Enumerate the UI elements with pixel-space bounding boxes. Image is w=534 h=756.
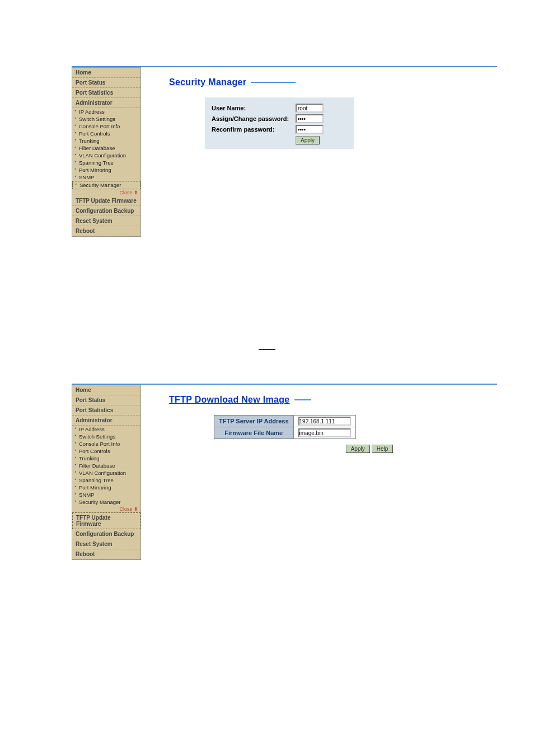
nav-trunking[interactable]: Trunking	[72, 137, 140, 144]
nav2-console-port-info[interactable]: Console Port Info	[72, 440, 140, 447]
nav2-trunking[interactable]: Trunking	[72, 455, 140, 462]
apply-button[interactable]: Apply	[296, 136, 320, 144]
assign-password-label: Assign/Change password:	[212, 115, 296, 122]
nav2-tftp-update-firmware[interactable]: TFTP Update Firmware	[72, 512, 140, 529]
tftp-table: TFTP Server IP Address Firmware File Nam…	[214, 415, 356, 439]
nav-port-mirroring[interactable]: Port Mirroring	[72, 166, 140, 174]
page-title: Security Manager	[169, 77, 246, 87]
nav2-security-manager[interactable]: Security Manager	[72, 498, 140, 506]
nav2-vlan-configuration[interactable]: VLAN Configuration	[72, 469, 140, 477]
nav-snmp[interactable]: SNMP	[72, 174, 140, 181]
username-label: User Name:	[212, 105, 296, 111]
apply-button-2[interactable]: Apply	[346, 445, 370, 453]
username-field[interactable]	[296, 104, 324, 113]
content-area: Security Manager User Name: Assign/Chang…	[141, 67, 497, 237]
nav-home[interactable]: Home	[72, 68, 140, 78]
page-title-2: TFTP Download New Image	[169, 395, 290, 405]
close-icon: ⬆	[134, 190, 138, 195]
content-area-2: TFTP Download New Image TFTP Server IP A…	[141, 385, 497, 560]
reconfirm-password-label: Reconfirm password:	[212, 126, 296, 133]
nav2-administrator[interactable]: Administrator	[72, 416, 140, 426]
nav-reset-system[interactable]: Reset System	[72, 216, 140, 226]
close-icon: ⬆	[134, 506, 138, 512]
nav2-spanning-tree[interactable]: Spanning Tree	[72, 477, 140, 484]
title-line-2	[294, 399, 311, 400]
reconfirm-password-field[interactable]	[296, 125, 324, 134]
firmware-file-label: Firmware File Name	[214, 427, 294, 439]
nav-port-controls[interactable]: Port Controls	[72, 130, 140, 137]
sidebar: Home Port Status Port Statistics Adminis…	[72, 67, 141, 237]
title-line	[251, 82, 296, 83]
assign-password-field[interactable]	[296, 114, 324, 123]
nav-port-status[interactable]: Port Status	[72, 78, 140, 88]
nav-filter-database[interactable]: Filter Database	[72, 144, 140, 152]
nav2-switch-settings[interactable]: Switch Settings	[72, 433, 140, 440]
nav-switch-settings[interactable]: Switch Settings	[72, 115, 140, 123]
nav2-configuration-backup[interactable]: Configuration Backup	[72, 529, 140, 539]
nav-vlan-configuration[interactable]: VLAN Configuration	[72, 152, 140, 159]
nav2-snmp[interactable]: SNMP	[72, 491, 140, 498]
page-separator	[259, 349, 275, 350]
help-button[interactable]: Help	[372, 445, 394, 453]
nav2-port-mirroring[interactable]: Port Mirroring	[72, 484, 140, 491]
nav-security-manager[interactable]: Security Manager	[72, 181, 140, 189]
nav-tftp-update-firmware[interactable]: TFTP Update Firmware	[72, 196, 140, 206]
tftp-server-field[interactable]	[298, 417, 351, 426]
sidebar-2: Home Port Status Port Statistics Adminis…	[72, 385, 141, 560]
nav2-port-status[interactable]: Port Status	[72, 395, 140, 405]
nav-reboot[interactable]: Reboot	[72, 226, 140, 236]
firmware-file-field[interactable]	[298, 428, 351, 437]
nav2-reboot[interactable]: Reboot	[72, 549, 140, 559]
nav-ip-address[interactable]: IP Address	[72, 108, 140, 115]
form-panel: User Name: Assign/Change password: Recon…	[205, 97, 354, 149]
nav-port-statistics[interactable]: Port Statistics	[72, 88, 140, 98]
nav2-port-controls[interactable]: Port Controls	[72, 447, 140, 455]
nav2-port-statistics[interactable]: Port Statistics	[72, 405, 140, 416]
nav-spanning-tree[interactable]: Spanning Tree	[72, 159, 140, 166]
nav2-ip-address[interactable]: IP Address	[72, 426, 140, 433]
nav-configuration-backup[interactable]: Configuration Backup	[72, 206, 140, 216]
nav-console-port-info[interactable]: Console Port Info	[72, 123, 140, 130]
tftp-server-label: TFTP Server IP Address	[214, 416, 294, 427]
nav2-filter-database[interactable]: Filter Database	[72, 462, 140, 469]
nav2-close[interactable]: Close ⬆	[72, 506, 140, 512]
nav2-reset-system[interactable]: Reset System	[72, 539, 140, 549]
nav-administrator[interactable]: Administrator	[72, 98, 140, 108]
nav2-home[interactable]: Home	[72, 385, 140, 395]
nav-close[interactable]: Close ⬆	[72, 189, 140, 196]
